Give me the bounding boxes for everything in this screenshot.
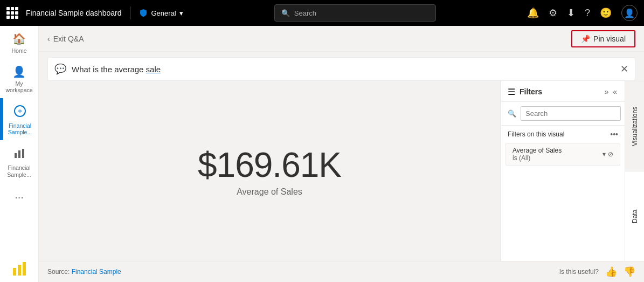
svg-rect-3 [22, 149, 24, 158]
filter-item-expand-icon[interactable]: ▾ [603, 150, 606, 158]
svg-rect-2 [18, 150, 20, 158]
chevron-down-icon: ▾ [179, 9, 183, 17]
thumbs-up-icon[interactable]: 👍 [605, 266, 617, 278]
sidebar-item-financial-sample-1[interactable]: Financial Sample... [0, 98, 38, 140]
svg-rect-1 [15, 153, 17, 158]
general-label: General [151, 9, 176, 17]
tab-data[interactable]: Data [625, 171, 644, 261]
source-footer: Source: Financial Sample Is this useful?… [39, 261, 644, 282]
filters-on-visual-row: Filters on this visual ••• [501, 126, 625, 141]
qna-clear-button[interactable]: ✕ [620, 63, 628, 75]
filters-chevrons: » « [603, 86, 618, 97]
filters-search-input[interactable] [521, 106, 621, 121]
home-icon: 🏠 [12, 32, 26, 45]
global-search-box[interactable]: 🔍 Search [274, 4, 436, 22]
topbar-divider [130, 6, 130, 19]
filter-item-value: is (All) [513, 154, 562, 162]
visualizations-tab-label: Visualizations [631, 106, 639, 146]
visual-value: $169.61K [198, 145, 341, 185]
main-layout: 🏠 Home 👤 My workspace Financial Sample..… [0, 26, 644, 282]
visual-display: $169.61K Average of Sales [39, 81, 500, 261]
filter-item-actions: ▾ ⊘ [603, 150, 613, 158]
chat-icon: 💬 [54, 63, 66, 75]
download-icon[interactable]: ⬇ [567, 7, 575, 19]
sidebar-home-label: Home [11, 47, 26, 54]
workspace-icon: 👤 [12, 65, 26, 78]
pin-icon: 📌 [581, 35, 590, 43]
sidebar-financial-sample-2-label: Financial Sample... [2, 164, 36, 178]
filters-title-row: ☰ Filters [508, 87, 542, 97]
filters-search-icon: 🔍 [508, 109, 516, 118]
filters-more-button[interactable]: ••• [610, 130, 618, 139]
filters-header: ☰ Filters » « [501, 81, 625, 102]
filter-item-content: Average of Sales is (All) [513, 147, 562, 162]
sidebar-item-home[interactable]: 🏠 Home [0, 26, 38, 59]
visual-label: Average of Sales [237, 187, 302, 197]
notifications-icon[interactable]: 🔔 [527, 7, 539, 19]
qna-header: ‹ Exit Q&A 📌 Pin visual [39, 26, 644, 52]
profile-avatar[interactable]: 👤 [621, 5, 638, 21]
general-badge[interactable]: General ▾ [139, 9, 183, 17]
search-icon: 🔍 [281, 9, 290, 17]
sidebar-item-workspace[interactable]: 👤 My workspace [0, 59, 38, 98]
source-info: Source: Financial Sample [47, 268, 121, 276]
source-prefix: Source: [47, 268, 72, 276]
sidebar: 🏠 Home 👤 My workspace Financial Sample..… [0, 26, 39, 282]
qna-input-bar: 💬 What is the average sale ✕ [47, 57, 635, 81]
svg-rect-4 [13, 268, 16, 276]
svg-rect-5 [18, 265, 21, 276]
help-icon[interactable]: ? [585, 8, 590, 19]
thumbs-down-icon[interactable]: 👎 [624, 266, 635, 278]
filters-collapse-button[interactable]: « [612, 86, 618, 97]
more-icon: ... [15, 189, 24, 201]
feedback-icon[interactable]: 🙂 [600, 7, 612, 19]
shield-icon [139, 9, 148, 17]
back-chevron-icon: ‹ [47, 35, 50, 43]
data-tab-label: Data [631, 209, 639, 223]
sidebar-workspace-label: My workspace [2, 80, 36, 94]
content-area: ‹ Exit Q&A 📌 Pin visual 💬 What is the av… [39, 26, 644, 282]
powerbi-logo[interactable] [11, 260, 28, 278]
app-launcher-button[interactable] [6, 7, 18, 19]
qna-input-text-underlined: sale [146, 65, 161, 74]
right-panel-tabs: Visualizations Data [625, 81, 644, 261]
filter-item-name: Average of Sales [513, 147, 562, 154]
useful-row: Is this useful? 👍 👎 [559, 266, 635, 278]
sidebar-item-financial-sample-2[interactable]: Financial Sample... [0, 140, 38, 182]
filter-item: Average of Sales is (All) ▾ ⊘ [505, 143, 620, 166]
filters-expand-button[interactable]: » [603, 86, 610, 97]
filter-lines-icon: ☰ [508, 87, 515, 97]
filters-panel: ☰ Filters » « 🔍 Filters on this visual •… [501, 81, 625, 261]
useful-question-label: Is this useful? [559, 268, 599, 276]
filters-title: Filters [520, 87, 542, 96]
search-placeholder: Search [294, 9, 316, 17]
topbar: Financial Sample dashboard General ▾ 🔍 S… [0, 0, 644, 26]
exit-qna-button[interactable]: ‹ Exit Q&A [47, 35, 84, 43]
bar-chart-icon [13, 147, 26, 162]
topbar-search-area: 🔍 Search [189, 4, 522, 22]
pin-visual-label: Pin visual [593, 35, 626, 43]
filters-on-visual-label: Filters on this visual [508, 130, 564, 138]
filters-search-row: 🔍 [501, 102, 625, 126]
qna-input-display[interactable]: What is the average sale [72, 65, 615, 74]
sidebar-more-button[interactable]: ... [15, 182, 24, 208]
sidebar-financial-sample-1-label: Financial Sample... [4, 122, 36, 136]
financial-sample-1-icon [13, 105, 26, 120]
svg-rect-6 [23, 262, 26, 276]
filter-item-clear-icon[interactable]: ⊘ [608, 150, 613, 158]
exit-qna-label: Exit Q&A [53, 35, 84, 43]
profile-icon: 👤 [624, 8, 635, 18]
qna-input-text-plain: What is the average [72, 65, 146, 74]
settings-icon[interactable]: ⚙ [549, 7, 557, 19]
tab-visualizations[interactable]: Visualizations [625, 81, 644, 171]
topbar-icon-group: 🔔 ⚙ ⬇ ? 🙂 👤 [527, 5, 638, 21]
qna-input-wrapper: 💬 What is the average sale ✕ [39, 52, 644, 81]
pin-visual-button[interactable]: 📌 Pin visual [571, 30, 635, 47]
source-link[interactable]: Financial Sample [72, 268, 121, 276]
app-title: Financial Sample dashboard [26, 9, 121, 17]
qna-visual-area: $169.61K Average of Sales ☰ Filters » « [39, 81, 644, 261]
